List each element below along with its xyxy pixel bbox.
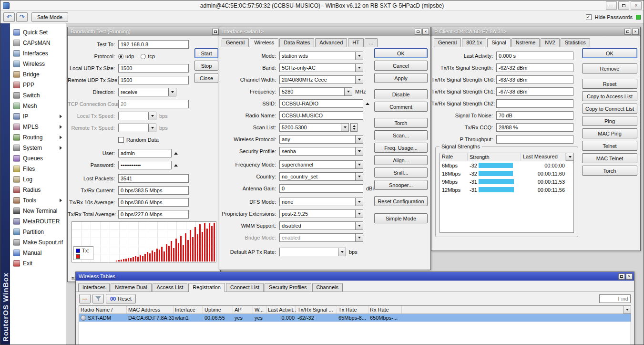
tx-rate-column-header[interactable]: Tx Rate: [337, 306, 368, 314]
minimize-button[interactable]: —: [606, 1, 617, 10]
sidebar-item-capsman[interactable]: CAPsMAN: [10, 38, 66, 48]
scan-list-select[interactable]: 5200-5300: [279, 123, 341, 132]
chevron-down-icon[interactable]: [356, 198, 363, 206]
ssid-field[interactable]: CCBSU-RADIO: [279, 99, 363, 108]
antenna-gain-field[interactable]: 0: [279, 184, 363, 193]
tab-more[interactable]: ...: [365, 38, 378, 47]
password-field[interactable]: •••••••••••: [118, 161, 172, 169]
sidebar-item-tools[interactable]: Tools: [10, 195, 66, 206]
radio-name-column-header[interactable]: Radio Name/: [79, 306, 127, 314]
mac-telnet-button[interactable]: MAC Telnet: [582, 153, 637, 163]
snooper-button[interactable]: Snooper...: [374, 180, 428, 190]
chevron-down-icon[interactable]: [356, 209, 363, 218]
disable-button[interactable]: Disable: [374, 89, 428, 99]
table-row[interactable]: 12Mbps -31 00:00:11.56: [440, 186, 573, 194]
sidebar-item-mpls[interactable]: MPLS: [10, 122, 66, 132]
rx-rate-column-header[interactable]: Rx Rate: [368, 306, 402, 314]
sidebar-item-partition[interactable]: Partition: [10, 227, 66, 237]
last-activity-column-header[interactable]: Last Activit...: [266, 306, 296, 314]
collapse-up-icon[interactable]: [366, 103, 369, 105]
chevron-down-icon[interactable]: [356, 63, 363, 72]
chevron-down-icon[interactable]: [356, 172, 363, 181]
tab-interfaces[interactable]: Interfaces: [78, 283, 110, 292]
reset-configuration-button[interactable]: Reset Configuration: [374, 196, 428, 206]
copy-to-access-list-button[interactable]: Copy to Access List: [582, 91, 637, 101]
sidebar-item-bridge[interactable]: Bridge: [10, 69, 66, 80]
wds-column-header[interactable]: W...: [253, 306, 266, 314]
add-remove-spinner[interactable]: [350, 123, 358, 132]
tab-connect-list[interactable]: Connect List: [226, 283, 264, 292]
sidebar-item-ppp[interactable]: PPP: [10, 80, 66, 90]
sidebar-item-queues[interactable]: Queues: [10, 153, 66, 164]
rate-column-header[interactable]: Rate: [440, 153, 468, 161]
table-row[interactable]: 9Mbps -31 00:00:11.53: [440, 178, 573, 186]
copy-to-connect-list-button[interactable]: Copy to Connect List: [582, 104, 637, 114]
comment-button[interactable]: Comment: [374, 102, 428, 112]
tab-nv2[interactable]: NV2: [541, 38, 559, 47]
close-button[interactable]: ×: [422, 29, 429, 35]
mac-ping-button[interactable]: MAC Ping: [582, 128, 637, 138]
cancel-button[interactable]: Cancel: [374, 61, 428, 71]
chevron-down-icon[interactable]: [169, 88, 176, 96]
simple-mode-button[interactable]: Simple Mode: [374, 213, 428, 223]
frequency-mode-select[interactable]: superchannel: [279, 160, 356, 169]
tab-registration[interactable]: Registration: [188, 283, 225, 292]
maximize-button[interactable]: [618, 1, 629, 10]
ping-button[interactable]: Ping: [582, 116, 637, 126]
tab-channels[interactable]: Channels: [312, 283, 343, 292]
close-button[interactable]: ×: [626, 273, 633, 280]
sidebar-item-ip[interactable]: IP: [10, 111, 66, 122]
chevron-down-icon[interactable]: [338, 248, 346, 256]
sidebar-item-switch[interactable]: Switch: [10, 90, 66, 101]
apply-button[interactable]: Apply: [374, 73, 428, 83]
strength-column-header[interactable]: Strength: [468, 153, 521, 161]
mac-address-column-header[interactable]: MAC Address: [127, 306, 174, 314]
tab-general[interactable]: General: [222, 38, 249, 47]
remove-entry-button[interactable]: —: [79, 294, 91, 303]
safe-mode-button[interactable]: Safe Mode: [31, 12, 68, 22]
sidebar-item-log[interactable]: Log: [10, 174, 66, 185]
interface-titlebar[interactable]: Interface <wlan1> ×: [219, 27, 430, 36]
sidebar-item-routing[interactable]: Routing: [10, 132, 66, 143]
table-row[interactable]: SXT-ADM D4:CA:6D:F7:8A:31 wlan1 00:06:55…: [79, 314, 631, 322]
signal-column-header[interactable]: Tx/Rx Signal ...: [296, 306, 337, 314]
torch-button[interactable]: Torch: [374, 118, 428, 128]
telnet-button[interactable]: Telnet: [582, 141, 637, 151]
remove-button[interactable]: Remove: [582, 63, 637, 73]
tab-access-list[interactable]: Access List: [153, 283, 188, 292]
maximize-button[interactable]: [212, 29, 219, 35]
freq-usage-button[interactable]: Freq. Usage...: [374, 143, 428, 153]
reset-button[interactable]: Reset: [582, 79, 637, 89]
sidebar-item-exit[interactable]: Exit: [10, 258, 66, 269]
wmm-support-select[interactable]: disabled: [279, 221, 356, 230]
maximize-button[interactable]: [624, 29, 631, 35]
table-row[interactable]: 6Mbps -32 00:00:00: [440, 161, 573, 169]
proprietary-extensions-select[interactable]: post-2.9.25: [279, 209, 356, 218]
frequency-select[interactable]: 5280: [279, 87, 345, 96]
radio-name-field[interactable]: CCBSU-MUSICO: [279, 111, 363, 120]
undo-button[interactable]: ↶: [3, 12, 15, 22]
sidebar-item-interfaces[interactable]: Interfaces: [10, 48, 66, 59]
torch-button[interactable]: Torch: [582, 166, 637, 176]
start-button[interactable]: Start: [194, 48, 218, 58]
tab-8021x[interactable]: 802.1x: [462, 38, 486, 47]
tab-wireless[interactable]: Wireless: [250, 38, 278, 47]
band-select[interactable]: 5GHz-only-AC: [279, 63, 356, 72]
filter-button[interactable]: [92, 294, 104, 303]
test-to-field[interactable]: 192.168.0.8: [118, 40, 189, 49]
chevron-down-icon[interactable]: [341, 123, 349, 132]
protocol-tcp-radio[interactable]: [141, 54, 146, 59]
stop-button[interactable]: Stop: [194, 61, 218, 71]
tab-security-profiles[interactable]: Security Profiles: [265, 283, 311, 292]
mode-select[interactable]: station wds: [279, 52, 356, 60]
sidebar-item-mesh[interactable]: Mesh: [10, 101, 66, 111]
random-data-checkbox[interactable]: [118, 137, 124, 143]
sidebar-item-make-supout[interactable]: Make Supout.rif: [10, 237, 66, 248]
default-ap-tx-rate-select[interactable]: [279, 248, 338, 256]
close-button[interactable]: ×: [632, 29, 639, 35]
maximize-button[interactable]: [618, 273, 625, 280]
reset-counters-button[interactable]: 00Reset: [106, 294, 136, 303]
chevron-down-icon[interactable]: [356, 75, 363, 84]
ap-column-header[interactable]: AP: [233, 306, 253, 314]
interface-column-header[interactable]: Interface: [174, 306, 203, 314]
